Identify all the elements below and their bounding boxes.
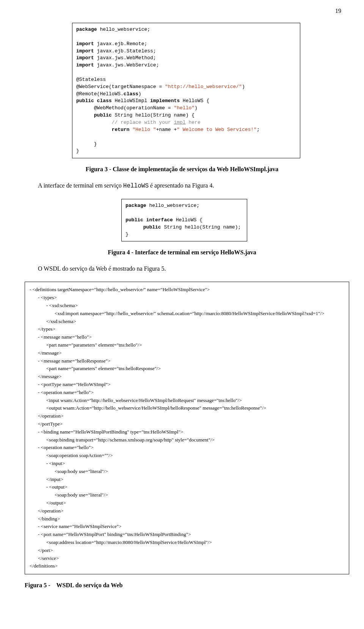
code-text: @Remote(HelloWS. (76, 91, 124, 97)
wsdl-line: </port> (38, 547, 344, 555)
wsdl-line: - <definitions targetNamespace="http://h… (30, 286, 344, 294)
page-container: 19 package hello_webservice; import java… (0, 0, 364, 604)
code-kw: import (76, 55, 94, 61)
code-text: @WebMethod(operationName = (76, 105, 174, 111)
code-kw: import (76, 48, 94, 54)
wsdl-line: </operation> (38, 412, 344, 420)
figure-4-caption: Figura 4 - Interface de terminal em serv… (23, 249, 341, 256)
code-text: @Stateless (76, 77, 106, 82)
code-text: } (76, 141, 97, 147)
code-text: +name + (156, 127, 177, 132)
wsdl-line: </output> (46, 499, 344, 507)
code-text: } (126, 232, 129, 237)
code-listing-1: package hello_webservice; import javax.e… (72, 23, 300, 158)
wsdl-line: </portType> (38, 420, 344, 428)
caption-text: Figura 3 - Classe de implementação de se… (86, 166, 279, 172)
wsdl-line: </operation> (38, 507, 344, 515)
caption-text: WSDL do serviço da Web (56, 582, 123, 588)
wsdl-line: - <operation name="hello"> (38, 444, 344, 452)
text: A interface de terminal em serviço (38, 182, 123, 189)
code-text: HelloWSImpl (112, 98, 150, 104)
text: é apresentado na Figura 4. (149, 182, 214, 189)
code-kw: import (76, 41, 94, 47)
wsdl-line: </binding> (38, 515, 344, 523)
wsdl-line: <soap:binding transport="http://schemas.… (46, 436, 344, 444)
code-text: } (76, 148, 79, 154)
text: O WSDL do serviço da Web é mostrado na F… (38, 265, 166, 272)
wsdl-line: - <message name="hello"> (38, 333, 344, 341)
code-text: String hello(String name) { (112, 112, 195, 118)
code-kw: package (126, 203, 146, 208)
code-text: hello_webservice; (146, 203, 199, 208)
wsdl-line: </message> (38, 373, 344, 381)
wsdl-line: <soap:body use="literal"/> (55, 491, 344, 499)
wsdl-line: - <portType name="HelloWSImpl"> (38, 381, 344, 389)
code-string: " Welcome to Web Services!" (177, 127, 257, 132)
wsdl-line: - <binding name="HelloWSImplPortBinding"… (38, 428, 344, 436)
code-string: "Hello " (132, 127, 156, 132)
wsdl-listing: - <definitions targetNamespace="http://h… (25, 282, 349, 574)
wsdl-line: <part name="parameters" element="tns:hel… (46, 365, 344, 373)
wsdl-line: <soap:body use="literal"/> (55, 468, 344, 476)
wsdl-line: </xsd:schema> (46, 318, 344, 326)
wsdl-line: </input> (46, 476, 344, 484)
page-number: 19 (335, 8, 341, 14)
wsdl-line: <output wsam:Action="http://hello_webser… (46, 404, 344, 412)
code-kw: public (76, 112, 112, 118)
code-kw: class (124, 91, 138, 97)
caption-label: Figura 5 - (25, 582, 52, 588)
code-string: "hello" (174, 105, 195, 111)
wsdl-line: - <operation name="hello"> (38, 389, 344, 397)
code-kw: import (76, 62, 94, 68)
code-kw: return (76, 127, 132, 132)
code-kw: public (126, 224, 161, 230)
code-kw: public interface (126, 217, 173, 223)
code-text: javax.ejb.Stateless; (94, 48, 156, 54)
wsdl-line: <soap:operation soapAction=""/> (46, 452, 344, 460)
code-comment: // replace with your (76, 120, 174, 125)
wsdl-line: <soap:address location="http://marcio:80… (46, 539, 344, 547)
code-text: HelloWS { (180, 98, 209, 104)
code-text: javax.ejb.Remote; (94, 41, 147, 47)
code-text: @WebService(targetNamespace = (76, 84, 165, 90)
code-comment: here (186, 120, 201, 125)
wsdl-line: </definitions> (30, 562, 344, 570)
wsdl-line: - <service name="HelloWSImplService"> (38, 523, 344, 531)
code-text: HelloWS { (173, 217, 202, 223)
code-text: ) (242, 84, 245, 90)
wsdl-line: <input wsam:Action="http://hello_webserv… (46, 397, 344, 405)
figure-3-caption: Figura 3 - Classe de implementação de se… (23, 166, 341, 173)
code-string: "http://hello_webservice/" (165, 84, 242, 90)
code-listing-2: package hello_webservice; public interfa… (121, 199, 247, 241)
figure-5-caption: Figura 5 - WSDL do serviço da Web (25, 582, 341, 589)
wsdl-line: <part name="parameters" element="tns:hel… (46, 341, 344, 349)
wsdl-line: </service> (38, 555, 344, 563)
wsdl-line: - <input> (46, 460, 344, 468)
wsdl-line: <xsd:import namespace="http://hello_webs… (55, 310, 344, 318)
code-text: javax.jws.WebService; (94, 62, 159, 68)
code-text: ) (138, 91, 141, 97)
inline-code: HelloWS (123, 183, 149, 189)
code-kw: implements (150, 98, 180, 104)
code-kw: package (76, 27, 97, 32)
wsdl-line: </message> (38, 349, 344, 357)
paragraph-2: O WSDL do serviço da Web é mostrado na F… (23, 265, 341, 272)
wsdl-line: - <xsd:schema> (46, 302, 344, 310)
caption-text: Figura 4 - Interface de terminal em serv… (108, 249, 256, 255)
wsdl-line: </types> (38, 325, 344, 333)
code-text: String hello(String name); (161, 224, 241, 230)
code-text: ; (257, 127, 260, 132)
code-comment: impl (174, 120, 185, 125)
paragraph-1: A interface de terminal em serviço Hello… (23, 182, 341, 189)
code-kw: public class (76, 98, 112, 104)
wsdl-line: - <message name="helloResponse"> (38, 357, 344, 365)
wsdl-line: - <output> (46, 483, 344, 491)
wsdl-line: - <types> (38, 294, 344, 302)
code-text: hello_webservice; (97, 27, 150, 32)
code-text: javax.jws.WebMethod; (94, 55, 156, 61)
code-text: ) (195, 105, 198, 111)
wsdl-line: - <port name="HelloWSImplPort" binding="… (38, 531, 344, 539)
